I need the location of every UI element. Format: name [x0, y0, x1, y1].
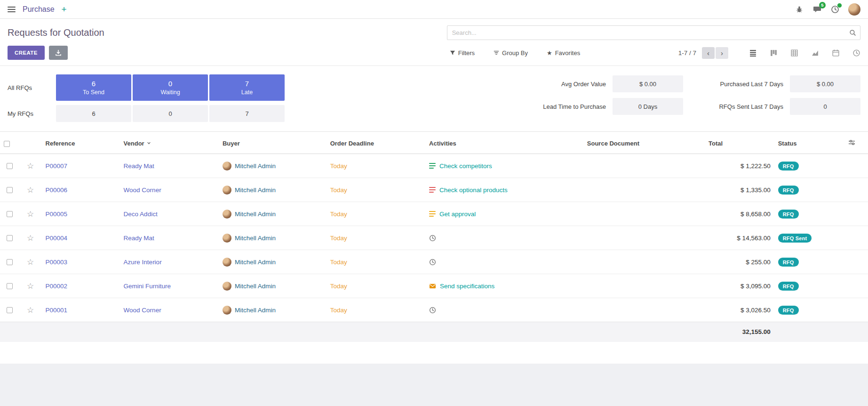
activity-envelope-icon[interactable]: [429, 283, 436, 290]
activities-count-badge: [837, 3, 842, 8]
favorite-star-icon[interactable]: ☆: [27, 234, 34, 243]
select-all-checkbox[interactable]: [4, 141, 10, 147]
my-to-send-count[interactable]: 6: [56, 105, 131, 122]
messages-icon[interactable]: 5: [812, 5, 822, 14]
vendor-link[interactable]: Wood Corner: [124, 187, 161, 194]
vendor-link[interactable]: Gemini Furniture: [124, 283, 171, 290]
kanban-view-icon[interactable]: [770, 49, 778, 57]
table-row[interactable]: ☆ P00003 Azure Interior Mitchell Admin T…: [0, 250, 868, 274]
activity-clock-icon[interactable]: [429, 307, 436, 314]
activity-tasks-icon[interactable]: [429, 187, 436, 193]
header-source-document[interactable]: Source Document: [583, 132, 705, 154]
search-icon[interactable]: [849, 29, 856, 38]
activities-clock-icon[interactable]: [830, 5, 840, 14]
buyer-link[interactable]: Mitchell Admin: [235, 211, 276, 218]
buyer-link[interactable]: Mitchell Admin: [235, 187, 276, 194]
buyer-link[interactable]: Mitchell Admin: [235, 307, 276, 314]
pager-next-button[interactable]: ›: [716, 47, 728, 59]
row-checkbox[interactable]: [7, 163, 13, 169]
buyer-avatar: [223, 306, 231, 315]
reference-link[interactable]: P00006: [46, 187, 68, 194]
buyer-link[interactable]: Mitchell Admin: [235, 259, 276, 266]
activity-label[interactable]: Send specifications: [440, 283, 494, 290]
header-buyer[interactable]: Buyer: [219, 132, 326, 154]
graph-view-icon[interactable]: [811, 49, 819, 57]
my-late-count[interactable]: 7: [209, 105, 285, 122]
late-card[interactable]: 7 Late: [209, 74, 285, 101]
favorite-star-icon[interactable]: ☆: [27, 210, 34, 219]
row-checkbox[interactable]: [7, 187, 13, 193]
vendor-link[interactable]: Ready Mat: [124, 235, 154, 242]
debug-bug-icon[interactable]: [795, 5, 804, 14]
my-waiting-count[interactable]: 0: [133, 105, 208, 122]
reference-link[interactable]: P00001: [46, 307, 68, 314]
filters-button[interactable]: Filters: [447, 49, 478, 57]
activity-label[interactable]: Check competitors: [439, 162, 492, 170]
pager-previous-button[interactable]: ‹: [702, 47, 715, 59]
favorite-star-icon[interactable]: ☆: [27, 162, 34, 171]
table-row[interactable]: ☆ P00006 Wood Corner Mitchell Admin Toda…: [0, 178, 868, 202]
reference-link[interactable]: P00007: [46, 162, 68, 170]
header-status[interactable]: Status: [774, 132, 844, 154]
calendar-view-icon[interactable]: [832, 49, 840, 57]
table-row[interactable]: ☆ P00005 Deco Addict Mitchell Admin Toda…: [0, 202, 868, 226]
activity-tasks-icon[interactable]: [429, 211, 436, 217]
buyer-avatar: [223, 210, 231, 219]
row-checkbox[interactable]: [7, 259, 13, 265]
reference-link[interactable]: P00003: [46, 259, 68, 266]
create-button[interactable]: CREATE: [8, 46, 45, 60]
reference-link[interactable]: P00004: [46, 235, 68, 242]
user-avatar[interactable]: [848, 3, 860, 16]
activity-clock-icon[interactable]: [429, 235, 436, 242]
to-send-card[interactable]: 6 To Send: [56, 74, 131, 101]
header-activities[interactable]: Activities: [425, 132, 583, 154]
header-reference[interactable]: Reference: [42, 132, 120, 154]
favorite-star-icon[interactable]: ☆: [27, 306, 34, 315]
reference-link[interactable]: P00002: [46, 283, 68, 290]
row-checkbox[interactable]: [7, 211, 13, 217]
group-by-button[interactable]: Group By: [491, 49, 531, 57]
metric-value: $ 0.00: [790, 75, 860, 92]
row-checkbox[interactable]: [7, 235, 13, 241]
all-rfqs-label[interactable]: All RFQs: [8, 84, 55, 91]
row-checkbox[interactable]: [7, 307, 13, 313]
row-checkbox[interactable]: [7, 283, 13, 289]
vendor-link[interactable]: Deco Addict: [124, 211, 158, 218]
new-tab-plus-icon[interactable]: +: [62, 5, 67, 14]
waiting-count: 0: [168, 80, 172, 88]
apps-menu-icon[interactable]: [8, 7, 16, 12]
vendor-link[interactable]: Wood Corner: [124, 307, 161, 314]
table-row[interactable]: ☆ P00002 Gemini Furniture Mitchell Admin…: [0, 274, 868, 298]
table-row[interactable]: ☆ P00001 Wood Corner Mitchell Admin Toda…: [0, 298, 868, 322]
favorite-star-icon[interactable]: ☆: [27, 282, 34, 291]
activity-tasks-icon[interactable]: [429, 163, 436, 169]
header-order-deadline[interactable]: Order Deadline: [326, 132, 425, 154]
header-total[interactable]: Total: [705, 132, 774, 154]
activity-label[interactable]: Check optional products: [439, 187, 508, 194]
activity-view-icon[interactable]: [852, 49, 860, 57]
list-view-icon[interactable]: [749, 49, 757, 57]
app-name[interactable]: Purchase: [23, 5, 55, 14]
lead-time-metric: Lead Time to Purchase 0 Days: [528, 98, 683, 115]
activity-clock-icon[interactable]: [429, 259, 436, 266]
my-rfqs-label[interactable]: My RFQs: [8, 110, 55, 117]
favorites-button[interactable]: ★ Favorites: [544, 49, 583, 57]
favorite-star-icon[interactable]: ☆: [27, 258, 34, 267]
vendor-link[interactable]: Azure Interior: [124, 259, 162, 266]
export-download-button[interactable]: [49, 46, 68, 60]
activity-label[interactable]: Get approval: [439, 211, 476, 218]
vendor-link[interactable]: Ready Mat: [124, 162, 154, 170]
search-input[interactable]: [447, 25, 860, 40]
reference-link[interactable]: P00005: [46, 211, 68, 218]
table-row[interactable]: ☆ P00007 Ready Mat Mitchell Admin Today …: [0, 154, 868, 178]
buyer-link[interactable]: Mitchell Admin: [235, 283, 276, 290]
header-vendor[interactable]: Vendor: [120, 132, 219, 154]
table-row[interactable]: ☆ P00004 Ready Mat Mitchell Admin Today …: [0, 226, 868, 250]
waiting-card[interactable]: 0 Waiting: [133, 74, 208, 101]
total-value: $ 8,658.00: [705, 202, 774, 226]
favorite-star-icon[interactable]: ☆: [27, 186, 34, 195]
optional-columns-toggle[interactable]: [844, 132, 868, 154]
buyer-link[interactable]: Mitchell Admin: [235, 162, 276, 170]
buyer-link[interactable]: Mitchell Admin: [235, 235, 276, 242]
pivot-view-icon[interactable]: [790, 49, 798, 57]
